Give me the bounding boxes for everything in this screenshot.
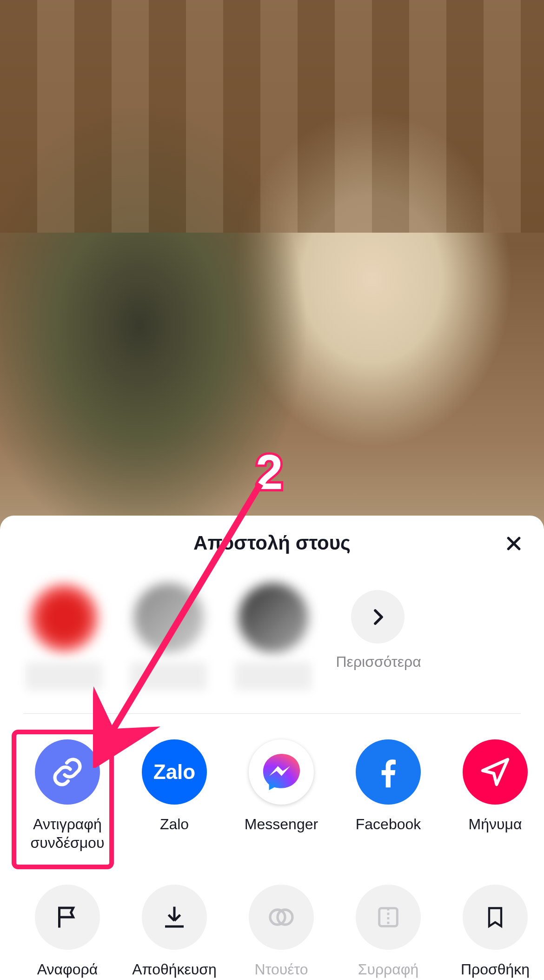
contact-name-blurred [130,662,207,690]
flag-icon [35,885,100,950]
close-button[interactable] [502,532,525,555]
share-label: Μήνυμα [469,815,522,833]
action-label: Αποθήκευση βίντεο [130,960,219,980]
contact-item[interactable] [235,583,312,690]
share-label: Zalo [160,815,189,833]
share-sheet: Αποστολή στους Περισσότερα [0,516,544,980]
messenger-icon [249,739,314,805]
action-label: Προσθήκη στα Αγαπη... [451,960,539,980]
screen: + 2 Αποστολή στους [0,0,544,980]
action-save-video[interactable]: Αποθήκευση βίντεο [130,885,219,980]
share-sheet-header: Αποστολή στους [0,532,544,564]
contact-name-blurred [235,662,312,690]
contact-item[interactable] [130,583,207,690]
action-duet: Ντουέτο [237,885,325,980]
more-contacts-label: Περισσότερα [336,653,420,671]
contact-avatar [29,583,99,653]
share-copy-link[interactable]: Αντιγραφή συνδέσμου [23,739,112,852]
facebook-icon [356,739,421,805]
contacts-row: Περισσότερα [0,564,544,709]
share-facebook[interactable]: Facebook [344,739,432,852]
action-add-favorite[interactable]: Προσθήκη στα Αγαπη... [451,885,539,980]
actions-row: Αναφορά Αποθήκευση βίντεο Ντουέτο Συρραφ… [0,868,544,980]
share-zalo[interactable]: Zalo Zalo [130,739,219,852]
annotation-step-number: 2 [256,444,283,500]
chevron-right-icon [367,606,389,628]
send-icon [463,739,528,805]
contact-item[interactable] [26,583,102,690]
share-messenger[interactable]: Messenger [237,739,325,852]
action-label: Αναφορά [37,960,98,979]
contact-name-blurred [26,662,102,690]
contact-avatar [239,583,308,653]
share-label: Facebook [356,815,421,833]
action-label: Ντουέτο [255,960,308,979]
share-apps-row: Αντιγραφή συνδέσμου Zalo Zalo Messenger [0,714,544,868]
zalo-icon: Zalo [142,739,207,805]
download-icon [142,885,207,950]
contact-avatar [134,583,204,653]
share-sheet-title: Αποστολή στους [0,532,544,554]
action-label: Συρραφή [358,960,419,979]
close-icon [504,534,523,553]
share-direct-message[interactable]: Μήνυμα [451,739,539,852]
bookmark-icon [463,885,528,950]
more-contacts-button[interactable]: Περισσότερα [339,583,416,671]
action-stitch: Συρραφή [344,885,432,980]
stitch-icon [356,885,421,950]
link-icon [35,739,100,805]
share-label: Αντιγραφή συνδέσμου [23,815,112,852]
share-label: Messenger [245,815,318,833]
action-report[interactable]: Αναφορά [23,885,112,980]
duet-icon [249,885,314,950]
